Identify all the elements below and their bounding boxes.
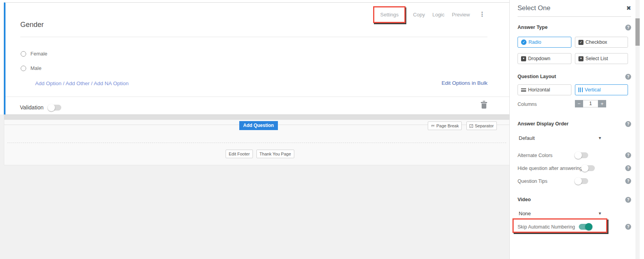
help-icon[interactable] — [625, 165, 631, 171]
radio-button-icon[interactable] — [21, 51, 26, 57]
add-na-option-link[interactable]: Add NA Option — [94, 80, 128, 86]
columns-stepper: − 1 + — [575, 100, 606, 107]
question-settings-panel: Select One ✖ Answer Type Radio Checkbox … — [509, 0, 644, 259]
question-tips-toggle[interactable] — [575, 178, 588, 184]
add-option-links: Add Option / Add Other / Add NA Option — [35, 80, 128, 86]
edit-footer-button[interactable]: Edit Footer — [226, 150, 253, 158]
question-tips-label: Question Tips — [518, 179, 575, 184]
scrollbar-thumb[interactable] — [635, 18, 640, 46]
copy-button[interactable]: Copy — [413, 12, 425, 18]
insert-controls: Page Break Separator — [428, 121, 497, 130]
dropdown-caret-icon — [578, 56, 584, 61]
answer-type-select-list-button[interactable]: Select List — [575, 53, 628, 64]
skip-automatic-numbering-label: Skip Automatic Numbering — [518, 224, 575, 230]
help-icon[interactable] — [625, 121, 631, 127]
thank-you-page-button[interactable]: Thank You Page — [256, 150, 294, 158]
separator-button[interactable]: Separator — [466, 121, 496, 130]
columns-label: Columns — [518, 102, 537, 107]
question-layout-label: Question Layout — [518, 74, 556, 79]
answer-option-row: Female — [21, 51, 47, 57]
question-action-bar: Settings Copy Logic Preview ⋮ — [373, 5, 485, 24]
question-card: Settings Copy Logic Preview ⋮ Gender Fem… — [4, 2, 510, 114]
add-option-link[interactable]: Add Option — [35, 80, 62, 86]
edit-options-in-bulk-link[interactable]: Edit Options in Bulk — [441, 80, 487, 86]
option-label[interactable]: Female — [30, 51, 47, 57]
delete-question-icon[interactable] — [482, 104, 486, 109]
hide-question-toggle[interactable] — [582, 165, 595, 171]
validation-row: Validation — [20, 101, 61, 114]
skip-automatic-numbering-toggle[interactable] — [579, 224, 592, 230]
panel-divider — [518, 16, 631, 17]
validation-label: Validation — [20, 104, 43, 111]
alternate-colors-label: Alternate Colors — [518, 153, 575, 158]
link-separator: / — [90, 80, 94, 86]
panel-title: Select One — [518, 4, 550, 12]
answer-display-order-select[interactable]: Default ▾ — [518, 134, 601, 141]
add-other-link[interactable]: Add Other — [66, 80, 90, 86]
help-icon[interactable] — [625, 152, 631, 158]
card-gap — [4, 115, 510, 120]
hide-question-label: Hide question after answering — [518, 166, 582, 171]
layout-horizontal-button[interactable]: Horizontal — [518, 84, 571, 95]
horizontal-lines-icon — [521, 88, 526, 92]
answer-type-dropdown-button[interactable]: Dropdown — [518, 53, 571, 64]
dropdown-caret-icon — [521, 56, 526, 61]
left-strip — [0, 0, 4, 114]
chevron-down-icon: ▾ — [599, 211, 601, 216]
help-icon[interactable] — [625, 74, 631, 80]
video-label: Video — [518, 197, 531, 202]
columns-value[interactable]: 1 — [583, 100, 598, 107]
logic-button[interactable]: Logic — [432, 12, 445, 18]
answer-type-radio-button[interactable]: Radio — [518, 37, 571, 48]
validation-toggle[interactable] — [48, 105, 61, 111]
survey-builder-page: Settings Copy Logic Preview ⋮ Gender Fem… — [0, 0, 644, 259]
columns-increment-button[interactable]: + — [598, 100, 606, 107]
radio-check-icon — [521, 39, 527, 45]
question-title[interactable]: Gender — [20, 21, 44, 29]
dashed-divider — [7, 143, 506, 143]
answer-display-order-label: Answer Display Order — [518, 121, 569, 127]
vertical-bars-icon — [578, 88, 583, 92]
help-icon[interactable] — [625, 197, 631, 203]
page-break-button[interactable]: Page Break — [428, 121, 462, 130]
separator-icon — [470, 124, 473, 128]
layout-vertical-button[interactable]: Vertical — [575, 84, 628, 95]
answer-option-row: Male — [21, 65, 41, 71]
card-divider — [5, 96, 509, 97]
page-break-icon — [431, 124, 435, 128]
annotation-settings-box: Settings — [373, 6, 406, 23]
columns-decrement-button[interactable]: − — [575, 100, 583, 107]
add-question-button[interactable]: Add Question — [239, 121, 278, 130]
close-icon[interactable]: ✖ — [626, 5, 631, 12]
answer-type-label: Answer Type — [518, 25, 548, 30]
preview-button[interactable]: Preview — [452, 12, 470, 18]
radio-button-icon[interactable] — [21, 66, 26, 71]
chevron-down-icon: ▾ — [599, 135, 601, 141]
settings-button[interactable]: Settings — [380, 12, 398, 18]
option-label[interactable]: Male — [30, 65, 41, 71]
checkbox-check-icon — [578, 40, 584, 45]
footer-buttons: Edit Footer Thank You Page — [226, 150, 294, 158]
help-icon[interactable] — [625, 25, 631, 30]
video-select[interactable]: None ▾ — [518, 210, 601, 217]
builder-footer-area: Add Question Page Break Separator Edit F… — [4, 120, 510, 165]
title-divider — [20, 37, 487, 37]
alternate-colors-toggle[interactable] — [575, 152, 588, 158]
link-separator: / — [62, 80, 66, 86]
help-icon[interactable] — [625, 224, 631, 230]
scrollbar-track[interactable] — [635, 0, 640, 259]
more-options-icon[interactable]: ⋮ — [479, 12, 485, 17]
answer-type-checkbox-button[interactable]: Checkbox — [575, 37, 628, 48]
help-icon[interactable] — [625, 178, 631, 184]
